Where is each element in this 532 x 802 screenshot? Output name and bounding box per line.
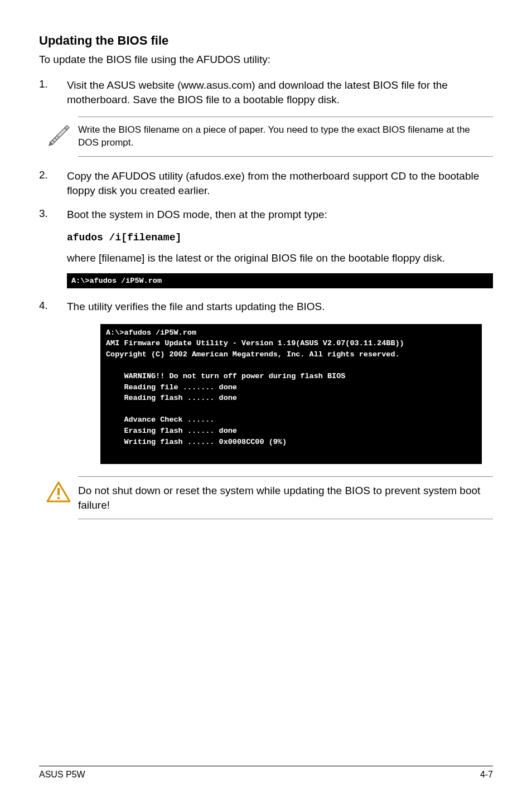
svg-rect-0: [57, 488, 60, 495]
pencil-icon: [39, 117, 78, 147]
step-text: The utility verifies the file and starts…: [67, 299, 493, 314]
step-3: 3. Boot the system in DOS mode, then at …: [39, 207, 493, 222]
svg-point-1: [57, 497, 60, 499]
footer-page-number: 4-7: [480, 770, 493, 780]
step-3-continued: where [filename] is the latest or the or…: [67, 251, 493, 265]
code-command: afudos /i[filename]: [67, 232, 181, 243]
step-number: 1.: [39, 78, 67, 107]
terminal-output-1: A:\>afudos /iP5W.rom: [67, 273, 493, 289]
step-number: 2.: [39, 169, 67, 197]
step-number: 4.: [39, 299, 67, 314]
warning-text: Do not shut down or reset the system whi…: [78, 476, 493, 519]
step-4: 4. The utility verifies the file and sta…: [39, 299, 493, 314]
section-heading: Updating the BIOS file: [39, 33, 493, 48]
step-text: Visit the ASUS website (www.asus.com) an…: [67, 78, 493, 107]
page-footer: ASUS P5W 4-7: [39, 766, 493, 780]
intro-text: To update the BIOS file using the AFUDOS…: [39, 54, 493, 66]
step-1: 1. Visit the ASUS website (www.asus.com)…: [39, 78, 493, 107]
warning-note: Do not shut down or reset the system whi…: [39, 476, 493, 519]
step-number: 3.: [39, 207, 67, 222]
note-pencil: Write the BIOS filename on a piece of pa…: [39, 117, 493, 157]
footer-product: ASUS P5W: [39, 770, 85, 780]
step-text: Boot the system in DOS mode, then at the…: [67, 207, 493, 222]
step-2: 2. Copy the AFUDOS utility (afudos.exe) …: [39, 169, 493, 197]
terminal-output-2: A:\>afudos /iP5W.rom AMI Firmware Update…: [100, 324, 482, 464]
warning-icon: [39, 476, 78, 503]
step-text: Copy the AFUDOS utility (afudos.exe) fro…: [67, 169, 493, 197]
note-text: Write the BIOS filename on a piece of pa…: [78, 117, 493, 157]
